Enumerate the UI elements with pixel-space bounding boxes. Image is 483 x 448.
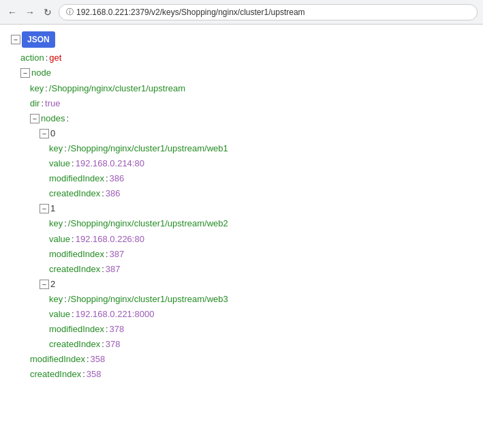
- node1-value: 192.168.0.226:80: [76, 232, 144, 247]
- node2-value-row: value : 192.168.0.221:8000: [49, 307, 472, 322]
- node1-index: 1: [50, 201, 55, 216]
- node2-value-label: value: [49, 307, 70, 322]
- node1-createdIndex-label: createdIndex: [49, 262, 100, 277]
- nodes-label: nodes: [41, 111, 65, 126]
- node0-key-label: key: [49, 141, 63, 156]
- root-row: − JSON: [11, 31, 472, 50]
- root-toggle[interactable]: −: [11, 35, 20, 44]
- node-key-row: key : /Shopping/nginx/cluster1/upstream: [30, 81, 472, 96]
- action-row: action : get: [20, 50, 472, 65]
- node1-key-row: key : /Shopping/nginx/cluster1/upstream/…: [49, 216, 472, 231]
- node0-modifiedIndex-row: modifiedIndex : 386: [49, 171, 472, 186]
- node1-row: − 1: [40, 201, 472, 216]
- node2-createdIndex-value: 378: [106, 337, 121, 352]
- node2-key-row: key : /Shopping/nginx/cluster1/upstream/…: [49, 292, 472, 307]
- node0-value-label: value: [49, 156, 70, 171]
- action-value: get: [49, 50, 61, 65]
- node0-modifiedIndex-value: 386: [110, 171, 125, 186]
- node0-value-row: value : 192.168.0.214:80: [49, 156, 472, 171]
- node2-modifiedIndex-value: 378: [110, 322, 125, 337]
- address-bar[interactable]: ⓘ 192.168.0.221:2379/v2/keys/Shopping/ng…: [59, 4, 478, 20]
- root-modifiedIndex-row: modifiedIndex : 358: [30, 352, 472, 367]
- browser-bar: ← → ↻ ⓘ 192.168.0.221:2379/v2/keys/Shopp…: [0, 0, 483, 25]
- node2-key-label: key: [49, 292, 63, 307]
- json-content: − JSON action : get − node key : /Shoppi…: [0, 25, 483, 389]
- node1-modifiedIndex-label: modifiedIndex: [49, 247, 104, 262]
- root-modifiedIndex-value: 358: [91, 352, 106, 367]
- node1-value-row: value : 192.168.0.226:80: [49, 232, 472, 247]
- node0-createdIndex-value: 386: [106, 186, 121, 201]
- root-modifiedIndex-label: modifiedIndex: [30, 352, 85, 367]
- json-badge: JSON: [22, 31, 55, 48]
- node0-key-value: /Shopping/nginx/cluster1/upstream/web1: [68, 141, 228, 156]
- root-createdIndex-row: createdIndex : 358: [30, 367, 472, 382]
- node1-createdIndex-row: createdIndex : 387: [49, 262, 472, 277]
- node1-key-label: key: [49, 216, 63, 231]
- node1-toggle[interactable]: −: [40, 204, 49, 213]
- back-button[interactable]: ←: [5, 5, 19, 19]
- node0-key-row: key : /Shopping/nginx/cluster1/upstream/…: [49, 141, 472, 156]
- dir-row: dir : true: [30, 96, 472, 111]
- node0-value: 192.168.0.214:80: [76, 156, 144, 171]
- action-colon: :: [46, 50, 48, 65]
- node-toggle[interactable]: −: [20, 68, 30, 78]
- node2-value: 192.168.0.221:8000: [76, 307, 155, 322]
- root-createdIndex-value: 358: [87, 367, 102, 382]
- dir-value: true: [45, 96, 60, 111]
- refresh-button[interactable]: ↻: [41, 5, 54, 19]
- node0-createdIndex-label: createdIndex: [49, 186, 100, 201]
- node2-key-value: /Shopping/nginx/cluster1/upstream/web3: [68, 292, 228, 307]
- node0-index: 0: [50, 126, 55, 141]
- forward-button[interactable]: →: [23, 5, 37, 19]
- node0-toggle[interactable]: −: [40, 129, 49, 138]
- node1-modifiedIndex-value: 387: [110, 247, 125, 262]
- node1-createdIndex-value: 387: [106, 262, 121, 277]
- node2-createdIndex-row: createdIndex : 378: [49, 337, 472, 352]
- root-createdIndex-label: createdIndex: [30, 367, 81, 382]
- node2-toggle[interactable]: −: [40, 280, 49, 289]
- node2-modifiedIndex-row: modifiedIndex : 378: [49, 322, 472, 337]
- node2-createdIndex-label: createdIndex: [49, 337, 100, 352]
- node1-modifiedIndex-row: modifiedIndex : 387: [49, 247, 472, 262]
- node2-index: 2: [50, 277, 55, 292]
- node1-key-value: /Shopping/nginx/cluster1/upstream/web2: [68, 216, 228, 231]
- node-row: − node: [20, 65, 472, 80]
- node2-modifiedIndex-label: modifiedIndex: [49, 322, 104, 337]
- node2-row: − 2: [40, 277, 472, 292]
- key-label-1: key: [30, 81, 44, 96]
- node-key: node: [31, 65, 51, 80]
- url-text: 192.168.0.221:2379/v2/keys/Shopping/ngin…: [76, 8, 305, 17]
- node1-value-label: value: [49, 232, 70, 247]
- nodes-row: − nodes :: [30, 111, 472, 126]
- node0-modifiedIndex-label: modifiedIndex: [49, 171, 104, 186]
- node-key-value: /Shopping/nginx/cluster1/upstream: [49, 81, 185, 96]
- dir-label: dir: [30, 96, 40, 111]
- nodes-toggle[interactable]: −: [30, 114, 40, 123]
- node0-createdIndex-row: createdIndex : 386: [49, 186, 472, 201]
- lock-icon: ⓘ: [66, 7, 74, 17]
- node0-row: − 0: [40, 126, 472, 141]
- action-key: action: [20, 50, 44, 65]
